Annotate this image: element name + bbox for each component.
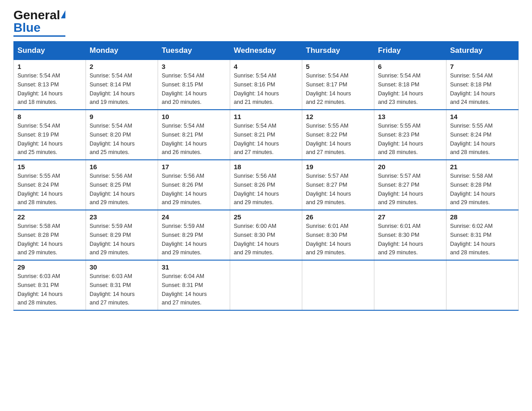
day-number: 22 xyxy=(17,213,82,221)
day-number: 8 xyxy=(17,113,82,120)
day-number: 11 xyxy=(234,113,298,120)
calendar-cell: 27 Sunrise: 6:01 AMSunset: 8:30 PMDaylig… xyxy=(374,210,446,260)
calendar-cell: 12 Sunrise: 5:55 AMSunset: 8:22 PMDaylig… xyxy=(302,110,374,160)
logo-text: General Blue xyxy=(13,9,65,34)
day-info: Sunrise: 5:58 AMSunset: 8:28 PMDaylight:… xyxy=(17,223,63,256)
calendar-cell xyxy=(374,260,446,310)
day-info: Sunrise: 5:54 AMSunset: 8:16 PMDaylight:… xyxy=(234,73,279,105)
day-number: 21 xyxy=(450,163,515,171)
calendar-week-row: 1 Sunrise: 5:54 AMSunset: 8:13 PMDayligh… xyxy=(14,60,519,110)
day-info: Sunrise: 5:55 AMSunset: 8:23 PMDaylight:… xyxy=(378,123,423,155)
day-number: 25 xyxy=(234,213,298,221)
day-number: 5 xyxy=(306,63,370,70)
calendar-cell: 13 Sunrise: 5:55 AMSunset: 8:23 PMDaylig… xyxy=(374,110,446,160)
calendar-cell: 5 Sunrise: 5:54 AMSunset: 8:17 PMDayligh… xyxy=(302,60,374,110)
logo: General Blue xyxy=(13,9,65,37)
day-number: 30 xyxy=(90,263,154,271)
col-monday: Monday xyxy=(86,42,158,60)
day-info: Sunrise: 5:54 AMSunset: 8:18 PMDaylight:… xyxy=(450,73,495,105)
col-tuesday: Tuesday xyxy=(158,42,230,60)
calendar-week-row: 22 Sunrise: 5:58 AMSunset: 8:28 PMDaylig… xyxy=(14,210,519,260)
day-number: 10 xyxy=(162,113,226,120)
day-info: Sunrise: 6:04 AMSunset: 8:31 PMDaylight:… xyxy=(162,273,207,306)
calendar-cell: 28 Sunrise: 6:02 AMSunset: 8:31 PMDaylig… xyxy=(446,210,519,260)
day-info: Sunrise: 5:56 AMSunset: 8:26 PMDaylight:… xyxy=(234,173,279,206)
day-number: 17 xyxy=(162,163,226,171)
day-info: Sunrise: 5:55 AMSunset: 8:22 PMDaylight:… xyxy=(306,123,351,155)
day-info: Sunrise: 6:03 AMSunset: 8:31 PMDaylight:… xyxy=(17,273,63,306)
day-number: 2 xyxy=(90,63,154,70)
calendar-cell: 20 Sunrise: 5:57 AMSunset: 8:27 PMDaylig… xyxy=(374,160,446,210)
calendar-week-row: 8 Sunrise: 5:54 AMSunset: 8:19 PMDayligh… xyxy=(14,110,519,160)
logo-general: General xyxy=(13,8,60,22)
day-number: 4 xyxy=(234,63,298,70)
calendar-cell: 9 Sunrise: 5:54 AMSunset: 8:20 PMDayligh… xyxy=(86,110,158,160)
day-info: Sunrise: 6:02 AMSunset: 8:31 PMDaylight:… xyxy=(450,223,495,256)
calendar-cell: 22 Sunrise: 5:58 AMSunset: 8:28 PMDaylig… xyxy=(14,210,86,260)
day-info: Sunrise: 5:54 AMSunset: 8:21 PMDaylight:… xyxy=(162,123,207,155)
day-info: Sunrise: 5:55 AMSunset: 8:24 PMDaylight:… xyxy=(17,173,63,206)
calendar-cell: 6 Sunrise: 5:54 AMSunset: 8:18 PMDayligh… xyxy=(374,60,446,110)
calendar-cell: 10 Sunrise: 5:54 AMSunset: 8:21 PMDaylig… xyxy=(158,110,230,160)
day-number: 7 xyxy=(450,63,515,70)
calendar-cell: 3 Sunrise: 5:54 AMSunset: 8:15 PMDayligh… xyxy=(158,60,230,110)
day-info: Sunrise: 5:54 AMSunset: 8:15 PMDaylight:… xyxy=(162,73,207,105)
calendar-cell: 11 Sunrise: 5:54 AMSunset: 8:21 PMDaylig… xyxy=(230,110,302,160)
calendar-cell: 18 Sunrise: 5:56 AMSunset: 8:26 PMDaylig… xyxy=(230,160,302,210)
day-number: 24 xyxy=(162,213,226,221)
calendar-cell: 15 Sunrise: 5:55 AMSunset: 8:24 PMDaylig… xyxy=(14,160,86,210)
day-number: 20 xyxy=(378,163,442,171)
logo-underline xyxy=(13,35,65,37)
day-info: Sunrise: 5:59 AMSunset: 8:29 PMDaylight:… xyxy=(90,223,135,256)
calendar-cell: 17 Sunrise: 5:56 AMSunset: 8:26 PMDaylig… xyxy=(158,160,230,210)
calendar-table: Sunday Monday Tuesday Wednesday Thursday… xyxy=(13,41,519,311)
calendar-cell: 26 Sunrise: 6:01 AMSunset: 8:30 PMDaylig… xyxy=(302,210,374,260)
day-info: Sunrise: 5:54 AMSunset: 8:21 PMDaylight:… xyxy=(234,123,279,155)
day-number: 19 xyxy=(306,163,370,171)
day-info: Sunrise: 5:59 AMSunset: 8:29 PMDaylight:… xyxy=(162,223,207,256)
calendar-cell xyxy=(446,260,519,310)
day-info: Sunrise: 6:00 AMSunset: 8:30 PMDaylight:… xyxy=(234,223,279,256)
day-number: 16 xyxy=(90,163,154,171)
day-number: 9 xyxy=(90,113,154,120)
day-info: Sunrise: 5:54 AMSunset: 8:18 PMDaylight:… xyxy=(378,73,423,105)
calendar-header: Sunday Monday Tuesday Wednesday Thursday… xyxy=(14,42,519,60)
col-wednesday: Wednesday xyxy=(230,42,302,60)
calendar-cell: 23 Sunrise: 5:59 AMSunset: 8:29 PMDaylig… xyxy=(86,210,158,260)
calendar-cell: 24 Sunrise: 5:59 AMSunset: 8:29 PMDaylig… xyxy=(158,210,230,260)
header-row: Sunday Monday Tuesday Wednesday Thursday… xyxy=(14,42,519,60)
calendar-cell: 4 Sunrise: 5:54 AMSunset: 8:16 PMDayligh… xyxy=(230,60,302,110)
calendar-cell xyxy=(230,260,302,310)
calendar-cell: 21 Sunrise: 5:58 AMSunset: 8:28 PMDaylig… xyxy=(446,160,519,210)
day-info: Sunrise: 5:57 AMSunset: 8:27 PMDaylight:… xyxy=(306,173,351,206)
calendar-cell: 16 Sunrise: 5:56 AMSunset: 8:25 PMDaylig… xyxy=(86,160,158,210)
day-number: 18 xyxy=(234,163,298,171)
day-number: 29 xyxy=(17,263,82,271)
day-number: 12 xyxy=(306,113,370,120)
calendar-cell: 31 Sunrise: 6:04 AMSunset: 8:31 PMDaylig… xyxy=(158,260,230,310)
calendar-cell: 25 Sunrise: 6:00 AMSunset: 8:30 PMDaylig… xyxy=(230,210,302,260)
day-info: Sunrise: 5:56 AMSunset: 8:25 PMDaylight:… xyxy=(90,173,135,206)
day-info: Sunrise: 5:54 AMSunset: 8:17 PMDaylight:… xyxy=(306,73,351,105)
day-number: 31 xyxy=(162,263,226,271)
day-number: 6 xyxy=(378,63,442,70)
day-info: Sunrise: 5:54 AMSunset: 8:20 PMDaylight:… xyxy=(90,123,135,155)
col-thursday: Thursday xyxy=(302,42,374,60)
day-number: 26 xyxy=(306,213,370,221)
col-saturday: Saturday xyxy=(446,42,519,60)
calendar-cell: 19 Sunrise: 5:57 AMSunset: 8:27 PMDaylig… xyxy=(302,160,374,210)
page-header: General Blue xyxy=(13,9,519,37)
calendar-cell: 7 Sunrise: 5:54 AMSunset: 8:18 PMDayligh… xyxy=(446,60,519,110)
day-info: Sunrise: 5:58 AMSunset: 8:28 PMDaylight:… xyxy=(450,173,495,206)
day-number: 14 xyxy=(450,113,515,120)
day-number: 23 xyxy=(90,213,154,221)
calendar-cell: 8 Sunrise: 5:54 AMSunset: 8:19 PMDayligh… xyxy=(14,110,86,160)
day-number: 13 xyxy=(378,113,442,120)
day-info: Sunrise: 5:57 AMSunset: 8:27 PMDaylight:… xyxy=(378,173,423,206)
day-number: 28 xyxy=(450,213,515,221)
day-number: 3 xyxy=(162,63,226,70)
col-sunday: Sunday xyxy=(14,42,86,60)
col-friday: Friday xyxy=(374,42,446,60)
calendar-body: 1 Sunrise: 5:54 AMSunset: 8:13 PMDayligh… xyxy=(14,60,519,311)
calendar-cell: 29 Sunrise: 6:03 AMSunset: 8:31 PMDaylig… xyxy=(14,260,86,310)
